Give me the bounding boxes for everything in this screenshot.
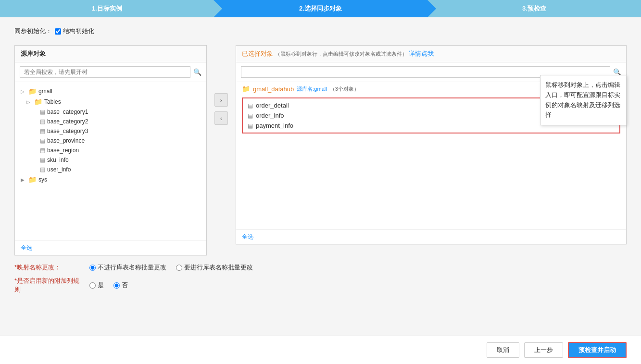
folder-icon-tables: 📁 bbox=[34, 98, 42, 106]
mapping-option-row: *映射名称更改： 不进行库表名称批量更改 要进行库表名称批量更改 bbox=[14, 263, 627, 272]
table-icon-1: ▤ bbox=[40, 109, 45, 115]
target-title-desc: （鼠标移到对象行，点击编辑可修改对象名或过滤条件） bbox=[275, 51, 407, 57]
expand-icon-gmall: ▷ bbox=[21, 89, 26, 94]
table-icon-6: ▤ bbox=[40, 157, 45, 163]
panel-row: 源库对象 🔍 ▷ 📁 gmall ▷ 📁 Tables bbox=[14, 45, 627, 255]
forward-arrow-button[interactable]: › bbox=[214, 93, 228, 107]
table-label-order-detail: order_detail bbox=[256, 102, 289, 109]
target-db-name: gmall_datahub bbox=[253, 85, 294, 93]
folder-icon-sys: 📁 bbox=[28, 176, 37, 183]
mapping-radio-change-input[interactable] bbox=[176, 265, 182, 271]
table-icon-5: ▤ bbox=[40, 147, 45, 154]
table-icon-7: ▤ bbox=[40, 166, 45, 173]
tree-label-base-province: base_province bbox=[47, 137, 85, 144]
tree-label-base-category2: base_category2 bbox=[47, 118, 88, 125]
target-title-link[interactable]: 详情点我 bbox=[409, 50, 434, 57]
target-panel-title: 已选择对象 （鼠标移到对象行，点击编辑可修改对象名或过滤条件） 详情点我 bbox=[236, 46, 626, 62]
step-1[interactable]: 1.目标实例 bbox=[0, 0, 214, 17]
step-3[interactable]: 3.预检查 bbox=[427, 0, 641, 17]
rules-radio-yes[interactable]: 是 bbox=[89, 281, 104, 290]
mapping-label: *映射名称更改： bbox=[14, 263, 82, 272]
stepper: 1.目标实例 2.选择同步对象 3.预检查 bbox=[0, 0, 641, 17]
primary-button[interactable]: 预检查并启动 bbox=[568, 342, 627, 344]
tree-node-user-info[interactable]: ▤ user_info bbox=[15, 165, 206, 174]
tree-label-base-category3: base_category3 bbox=[47, 128, 88, 134]
expand-icon-sys: ▶ bbox=[21, 177, 26, 182]
table-icon-payment-info: ▤ bbox=[248, 122, 253, 129]
source-select-all-button[interactable]: 全选 bbox=[21, 244, 32, 252]
sync-init-checkbox-label: 结构初始化 bbox=[63, 27, 94, 36]
table-label-order-info: order_info bbox=[256, 112, 284, 119]
step-1-label: 1.目标实例 bbox=[92, 4, 122, 13]
arrow-column: › ‹ bbox=[207, 93, 236, 125]
tooltip-box: 鼠标移到对象上，点击编辑入口，即可配置源跟目标实例的对象名映射及迁移列选择 bbox=[540, 75, 627, 125]
sync-init-label: 同步初始化： bbox=[14, 27, 52, 36]
rules-radio-yes-input[interactable] bbox=[89, 282, 96, 289]
source-tree: ▷ 📁 gmall ▷ 📁 Tables ▤ base_category1 bbox=[15, 82, 206, 241]
rules-option-row: *是否启用新的附加列规则 是 否 bbox=[14, 277, 627, 294]
rules-radio-no-input[interactable] bbox=[113, 282, 120, 289]
tree-node-sys[interactable]: ▶ 📁 sys bbox=[15, 174, 206, 185]
tree-node-base-region[interactable]: ▤ base_region bbox=[15, 146, 206, 155]
tooltip-text: 鼠标移到对象上，点击编辑入口，即可配置源跟目标实例的对象名映射及迁移列选择 bbox=[545, 81, 620, 118]
source-panel-title: 源库对象 bbox=[15, 46, 206, 62]
step-2-label: 2.选择同步对象 bbox=[299, 4, 342, 13]
rules-radio-yes-label: 是 bbox=[98, 281, 104, 290]
mapping-radio-no-change-label: 不进行库表名称批量更改 bbox=[98, 263, 166, 272]
tree-node-base-category2[interactable]: ▤ base_category2 bbox=[15, 117, 206, 126]
cancel-button[interactable]: 取消 bbox=[487, 342, 519, 344]
rules-label: *是否启用新的附加列规则 bbox=[14, 277, 82, 294]
table-icon-4: ▤ bbox=[40, 137, 45, 144]
tree-node-base-province[interactable]: ▤ base_province bbox=[15, 136, 206, 146]
step-2[interactable]: 2.选择同步对象 bbox=[214, 0, 427, 17]
tree-node-tables[interactable]: ▷ 📁 Tables bbox=[15, 97, 206, 107]
target-source-db: 源库名:gmall bbox=[297, 85, 327, 93]
rules-radio-group: 是 否 bbox=[89, 281, 128, 290]
source-search-input[interactable] bbox=[20, 66, 190, 78]
tree-label-tables: Tables bbox=[44, 98, 61, 105]
prev-button[interactable]: 上一步 bbox=[524, 342, 563, 344]
table-label-payment-info: payment_info bbox=[256, 122, 293, 129]
target-select-all-button[interactable]: 全选 bbox=[242, 233, 253, 241]
source-panel-footer: 全选 bbox=[15, 241, 206, 255]
rules-radio-no[interactable]: 否 bbox=[113, 281, 128, 290]
backward-arrow-button[interactable]: ‹ bbox=[214, 111, 228, 125]
tree-node-sku-info[interactable]: ▤ sku_info bbox=[15, 155, 206, 165]
mapping-radio-change[interactable]: 要进行库表名称批量更改 bbox=[176, 263, 253, 272]
sync-init-checkbox-group[interactable]: 结构初始化 bbox=[55, 27, 94, 36]
tree-label-user-info: user_info bbox=[47, 166, 71, 173]
tree-label-base-category1: base_category1 bbox=[47, 109, 88, 115]
target-panel-footer: 全选 bbox=[236, 230, 626, 244]
rules-radio-no-label: 否 bbox=[122, 281, 128, 290]
table-icon-2: ▤ bbox=[40, 118, 45, 125]
source-search-row: 🔍 bbox=[15, 62, 206, 82]
sync-init-row: 同步初始化： 结构初始化 bbox=[14, 27, 627, 36]
table-icon-order-info: ▤ bbox=[248, 112, 253, 119]
main-content: 同步初始化： 结构初始化 源库对象 🔍 ▷ 📁 gmall bbox=[0, 17, 641, 344]
backward-arrow-icon: ‹ bbox=[220, 115, 222, 122]
step-3-label: 3.预检查 bbox=[522, 4, 546, 13]
target-title-prefix: 已选择对象 bbox=[242, 50, 273, 57]
options-section: *映射名称更改： 不进行库表名称批量更改 要进行库表名称批量更改 *是否启用新的… bbox=[14, 263, 627, 294]
tree-label-gmall: gmall bbox=[38, 88, 52, 95]
table-icon-order-detail: ▤ bbox=[248, 102, 253, 109]
tree-label-sku-info: sku_info bbox=[47, 157, 69, 163]
folder-icon-gmall: 📁 bbox=[28, 87, 37, 95]
mapping-radio-no-change[interactable]: 不进行库表名称批量更改 bbox=[89, 263, 166, 272]
tree-node-gmall[interactable]: ▷ 📁 gmall bbox=[15, 86, 206, 97]
mapping-radio-change-label: 要进行库表名称批量更改 bbox=[184, 263, 253, 272]
sync-init-checkbox[interactable] bbox=[55, 28, 61, 35]
table-icon-3: ▤ bbox=[40, 128, 45, 134]
source-search-button[interactable]: 🔍 bbox=[193, 68, 201, 76]
tree-label-sys: sys bbox=[38, 176, 47, 183]
expand-icon-tables: ▷ bbox=[26, 99, 32, 105]
target-count: （3个对象） bbox=[330, 85, 359, 93]
tree-node-base-category1[interactable]: ▤ base_category1 bbox=[15, 107, 206, 117]
source-panel: 源库对象 🔍 ▷ 📁 gmall ▷ 📁 Tables bbox=[14, 45, 207, 255]
mapping-radio-no-change-input[interactable] bbox=[89, 265, 96, 271]
bottom-bar: 取消 上一步 预检查并启动 bbox=[0, 336, 641, 344]
target-folder-icon: 📁 bbox=[242, 85, 250, 93]
tree-label-base-region: base_region bbox=[47, 147, 79, 154]
mapping-radio-group: 不进行库表名称批量更改 要进行库表名称批量更改 bbox=[89, 263, 253, 272]
tree-node-base-category3[interactable]: ▤ base_category3 bbox=[15, 126, 206, 136]
